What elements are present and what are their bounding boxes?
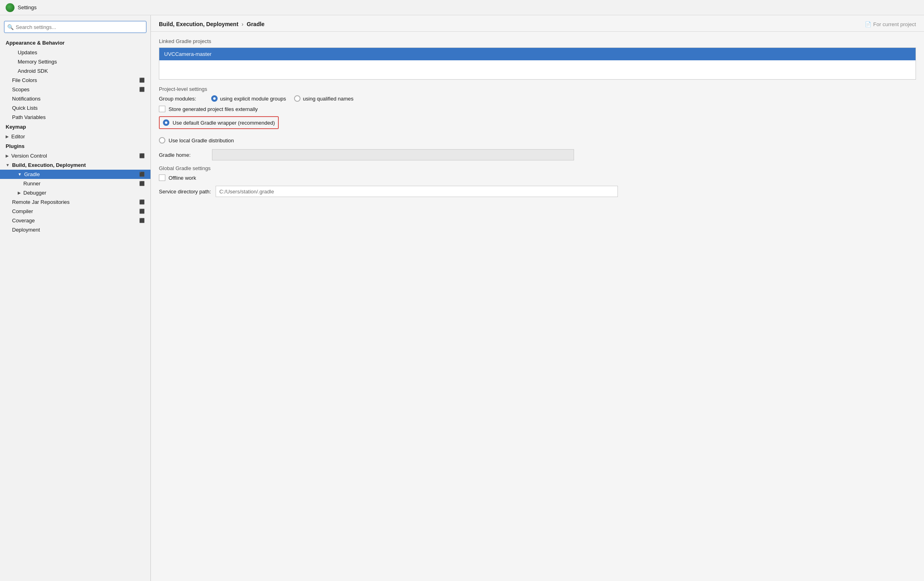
linked-projects-label: Linked Gradle projects (159, 38, 916, 44)
sidebar-item-debugger[interactable]: ▶ Debugger (0, 188, 150, 197)
sidebar-item-editor[interactable]: ▶ Editor (0, 132, 150, 141)
offline-work-row: Offline work (159, 175, 916, 181)
chevron-right-icon: ▶ (6, 134, 9, 139)
group-modules-label: Group modules: (159, 96, 207, 102)
project-level-label: Project-level settings (159, 86, 916, 92)
copy-icon: ⬛ (139, 87, 145, 92)
sidebar-item-appearance[interactable]: Appearance & Behavior (0, 38, 150, 48)
use-local-gradle-label: Use local Gradle distribution (169, 138, 234, 144)
store-files-row: Store generated project files externally (159, 106, 916, 112)
content-area: 🔍 Appearance & Behavior Updates Memory S… (0, 15, 924, 581)
global-settings-label: Global Gradle settings (159, 165, 916, 171)
main-header: Build, Execution, Deployment › Gradle 📄 … (151, 15, 924, 32)
chevron-down-icon: ▼ (6, 163, 10, 167)
sidebar-item-remote-jar[interactable]: Remote Jar Repositories ⬛ (0, 197, 150, 207)
search-input[interactable] (4, 21, 146, 33)
sidebar-item-android-sdk[interactable]: Android SDK (0, 66, 150, 76)
sidebar-item-plugins[interactable]: Plugins (0, 141, 150, 151)
copy-icon: ⬛ (139, 209, 145, 214)
for-project-label: 📄 For current project (865, 21, 916, 27)
service-dir-row: Service directory path: (159, 186, 916, 197)
offline-work-checkbox[interactable] (159, 175, 165, 181)
gradle-home-row: Gradle home: (159, 149, 916, 160)
service-dir-input[interactable] (216, 186, 618, 197)
chevron-down-icon: ▼ (18, 172, 22, 177)
store-files-label: Store generated project files externally (169, 106, 258, 112)
group-modules-row: Group modules: using explicit module gro… (159, 95, 916, 102)
copy-icon: ⬛ (139, 153, 145, 158)
sidebar-item-notifications[interactable]: Notifications (0, 94, 150, 103)
linked-projects-box: UVCCamera-master (159, 47, 916, 80)
sidebar-item-quick-lists[interactable]: Quick Lists (0, 103, 150, 113)
chevron-right-icon: ▶ (6, 154, 9, 158)
sidebar-item-coverage[interactable]: Coverage ⬛ (0, 216, 150, 225)
copy-icon: ⬛ (139, 172, 145, 177)
sidebar-item-keymap[interactable]: Keymap (0, 122, 150, 132)
sidebar-item-version-control[interactable]: ▶ Version Control ⬛ (0, 151, 150, 160)
breadcrumb-parent: Build, Execution, Deployment (159, 21, 239, 27)
sidebar-item-updates[interactable]: Updates (0, 48, 150, 57)
main-content: Linked Gradle projects UVCCamera-master … (151, 32, 924, 207)
titlebar-title: Settings (18, 4, 37, 10)
radio-inner (213, 97, 216, 100)
app-icon (6, 3, 14, 12)
radio-group-modules: using explicit module groups using quali… (211, 95, 354, 102)
radio-qualified-button[interactable] (294, 95, 300, 102)
use-default-wrapper-label: Use default Gradle wrapper (recommended) (173, 120, 275, 126)
linked-project-item[interactable]: UVCCamera-master (159, 48, 916, 60)
breadcrumb-separator: › (242, 21, 244, 27)
titlebar: Settings (0, 0, 924, 15)
settings-window: Settings 🔍 Appearance & Behavior Updates… (0, 0, 924, 581)
sidebar: 🔍 Appearance & Behavior Updates Memory S… (0, 15, 151, 581)
copy-icon: ⬛ (139, 218, 145, 223)
chevron-right-icon: ▶ (18, 191, 21, 195)
sidebar-item-build-execution-deployment[interactable]: ▼ Build, Execution, Deployment (0, 160, 150, 170)
sidebar-item-compiler[interactable]: Compiler ⬛ (0, 207, 150, 216)
sidebar-item-path-variables[interactable]: Path Variables (0, 113, 150, 122)
use-local-gradle-radio[interactable] (159, 137, 165, 144)
sidebar-item-deployment[interactable]: Deployment (0, 225, 150, 234)
search-box: 🔍 (4, 21, 146, 33)
store-files-checkbox[interactable] (159, 106, 165, 112)
breadcrumb-current: Gradle (247, 21, 264, 27)
document-icon: 📄 (865, 21, 871, 27)
copy-icon: ⬛ (139, 181, 145, 186)
copy-icon: ⬛ (139, 199, 145, 205)
service-dir-label: Service directory path: (159, 189, 211, 195)
search-icon: 🔍 (7, 24, 14, 30)
gradle-home-input[interactable] (212, 149, 574, 160)
sidebar-item-scopes[interactable]: Scopes ⬛ (0, 85, 150, 94)
use-default-wrapper-row[interactable]: Use default Gradle wrapper (recommended) (159, 116, 279, 129)
sidebar-item-file-colors[interactable]: File Colors ⬛ (0, 76, 150, 85)
use-local-gradle-row: Use local Gradle distribution (159, 137, 916, 144)
sidebar-item-runner[interactable]: Runner ⬛ (0, 179, 150, 188)
radio-inner (165, 121, 167, 124)
use-default-wrapper-radio[interactable] (163, 119, 169, 126)
sidebar-item-gradle[interactable]: ▼ Gradle ⬛ (0, 170, 150, 179)
radio-explicit-button[interactable] (211, 95, 218, 102)
radio-qualified[interactable]: using qualified names (294, 95, 354, 102)
sidebar-item-memory-settings[interactable]: Memory Settings (0, 57, 150, 66)
copy-icon: ⬛ (139, 78, 145, 83)
gradle-home-label: Gradle home: (159, 152, 207, 158)
offline-work-label: Offline work (169, 175, 196, 181)
wrapper-option-container: Use default Gradle wrapper (recommended) (159, 116, 916, 133)
main-panel: Build, Execution, Deployment › Gradle 📄 … (151, 15, 924, 581)
radio-explicit[interactable]: using explicit module groups (211, 95, 286, 102)
